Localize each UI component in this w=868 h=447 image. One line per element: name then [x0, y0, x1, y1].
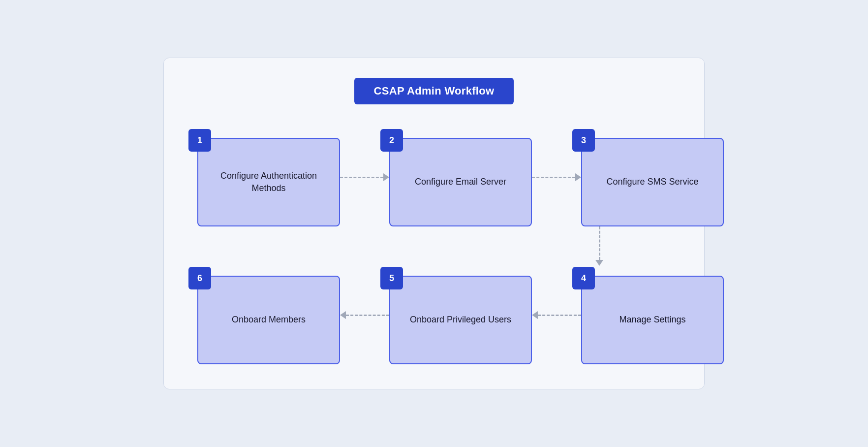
step-3-wrapper: 3 Configure SMS Service	[581, 138, 724, 226]
step-5-badge: 5	[380, 267, 403, 289]
dashed-arrow-right-2	[532, 173, 581, 181]
arrow-head-left-2	[532, 311, 538, 319]
step-5-wrapper: 5 Onboard Privileged Users	[389, 276, 532, 364]
step-1-wrapper: 1 Configure Authentication Methods	[197, 138, 340, 226]
dashed-line-2	[532, 177, 575, 178]
step-2-wrapper: 2 Configure Email Server	[389, 138, 532, 226]
arrow-head-right	[383, 173, 389, 181]
dashed-arrow-left-1	[340, 311, 389, 319]
step-1-box[interactable]: Configure Authentication Methods	[197, 138, 340, 226]
step-6-badge: 6	[188, 267, 211, 289]
diagram-container: CSAP Admin Workflow 1 Configure Authenti…	[163, 58, 705, 389]
dashed-line	[340, 177, 383, 178]
step-4-box[interactable]: Manage Settings	[581, 276, 724, 364]
top-row: 1 Configure Authentication Methods 2 Con…	[188, 128, 680, 226]
step-6-box[interactable]: Onboard Members	[197, 276, 340, 364]
diagram-title: CSAP Admin Workflow	[354, 78, 514, 104]
arrow-4-5	[532, 311, 581, 319]
step-4-badge: 4	[572, 267, 595, 289]
arrow-2-3	[532, 173, 581, 181]
step-3-badge: 3	[572, 129, 595, 152]
dashed-line-4	[538, 315, 581, 316]
step-6-wrapper: 6 Onboard Members	[197, 276, 340, 364]
arrow-1-2	[340, 173, 389, 181]
step-2-badge: 2	[380, 129, 403, 152]
arrow-head-left-1	[340, 311, 346, 319]
step-2-box[interactable]: Configure Email Server	[389, 138, 532, 226]
arrow-head-right-2	[575, 173, 581, 181]
arrow-head-down	[595, 260, 603, 266]
vertical-connector-wrapper	[528, 226, 671, 266]
vertical-connector-section	[188, 226, 680, 266]
step-1-badge: 1	[188, 129, 211, 152]
rows-container: 1 Configure Authentication Methods 2 Con…	[188, 128, 680, 364]
dashed-line-v	[599, 226, 600, 260]
step-3-box[interactable]: Configure SMS Service	[581, 138, 724, 226]
step-5-box[interactable]: Onboard Privileged Users	[389, 276, 532, 364]
dashed-arrow-left-2	[532, 311, 581, 319]
title-wrapper: CSAP Admin Workflow	[188, 78, 680, 104]
dashed-arrow-right-1	[340, 173, 389, 181]
arrow-5-6	[340, 311, 389, 319]
dashed-line-3	[346, 315, 389, 316]
bottom-row: 6 Onboard Members 5 Onboard Privileged U…	[188, 266, 680, 364]
step-4-wrapper: 4 Manage Settings	[581, 276, 724, 364]
